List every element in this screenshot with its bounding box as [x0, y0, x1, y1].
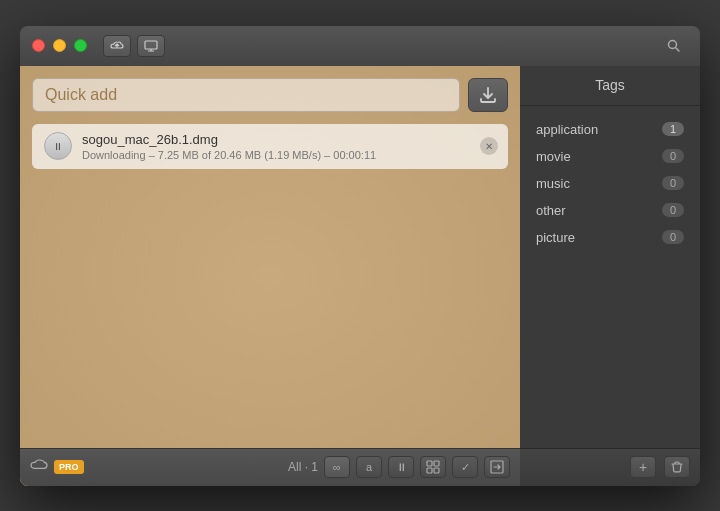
- export-button[interactable]: [484, 456, 510, 478]
- tag-item-other[interactable]: other 0: [520, 197, 700, 224]
- tag-item-movie[interactable]: movie 0: [520, 143, 700, 170]
- add-icon: +: [639, 459, 647, 475]
- pause-button[interactable]: ⏸: [44, 132, 72, 160]
- delete-tag-button[interactable]: [664, 456, 690, 478]
- close-button[interactable]: [32, 39, 45, 52]
- tags-title: Tags: [595, 77, 625, 93]
- titlebar: [20, 26, 700, 66]
- svg-point-1: [669, 40, 677, 48]
- grid-view-button[interactable]: [420, 456, 446, 478]
- tag-item-picture[interactable]: picture 0: [520, 224, 700, 251]
- cloud-icon: [30, 458, 48, 476]
- right-panel: Tags application 1 movie 0 music 0 other…: [520, 66, 700, 486]
- tag-count-movie: 0: [662, 149, 684, 163]
- quick-add-bar: [20, 66, 520, 124]
- svg-rect-0: [145, 41, 157, 49]
- close-icon: ✕: [485, 141, 493, 152]
- download-stats: All · 1: [288, 460, 318, 474]
- tag-name-music: music: [536, 176, 570, 191]
- maximize-button[interactable]: [74, 39, 87, 52]
- download-status: Downloading – 7.25 MB of 20.46 MB (1.19 …: [82, 149, 496, 161]
- search-button[interactable]: [660, 35, 688, 57]
- minimize-button[interactable]: [53, 39, 66, 52]
- remove-download-button[interactable]: ✕: [480, 137, 498, 155]
- pro-badge: PRO: [54, 460, 84, 474]
- left-panel: ⏸ sogou_mac_26b.1.dmg Downloading – 7.25…: [20, 66, 520, 486]
- svg-rect-4: [427, 468, 432, 473]
- tag-count-picture: 0: [662, 230, 684, 244]
- alpha-icon: a: [366, 461, 372, 473]
- add-download-button[interactable]: [468, 78, 508, 112]
- cloud-upload-button[interactable]: [103, 35, 131, 57]
- monitor-button[interactable]: [137, 35, 165, 57]
- infinity-icon: ∞: [333, 461, 341, 473]
- download-info: sogou_mac_26b.1.dmg Downloading – 7.25 M…: [82, 132, 496, 161]
- tag-name-other: other: [536, 203, 566, 218]
- left-bottom-bar: PRO All · 1 ∞ a ⏸: [20, 448, 520, 486]
- tags-header: Tags: [520, 66, 700, 106]
- svg-rect-2: [427, 461, 432, 466]
- tags-list: application 1 movie 0 music 0 other 0 pi…: [520, 106, 700, 448]
- check-icon: ✓: [461, 461, 470, 474]
- check-button[interactable]: ✓: [452, 456, 478, 478]
- main-window: ⏸ sogou_mac_26b.1.dmg Downloading – 7.25…: [20, 26, 700, 486]
- tag-item-application[interactable]: application 1: [520, 116, 700, 143]
- right-bottom-bar: +: [520, 448, 700, 486]
- tag-count-other: 0: [662, 203, 684, 217]
- tag-count-application: 1: [662, 122, 684, 136]
- download-item: ⏸ sogou_mac_26b.1.dmg Downloading – 7.25…: [32, 124, 508, 169]
- tag-item-music[interactable]: music 0: [520, 170, 700, 197]
- svg-rect-3: [434, 461, 439, 466]
- tag-count-music: 0: [662, 176, 684, 190]
- titlebar-icons: [103, 35, 165, 57]
- download-filename: sogou_mac_26b.1.dmg: [82, 132, 496, 147]
- download-list: ⏸ sogou_mac_26b.1.dmg Downloading – 7.25…: [20, 124, 520, 448]
- alpha-filter-button[interactable]: a: [356, 456, 382, 478]
- tag-name-application: application: [536, 122, 598, 137]
- tag-name-movie: movie: [536, 149, 571, 164]
- svg-rect-5: [434, 468, 439, 473]
- pause-all-icon: ⏸: [396, 461, 407, 473]
- main-area: ⏸ sogou_mac_26b.1.dmg Downloading – 7.25…: [20, 66, 700, 486]
- quick-add-input[interactable]: [32, 78, 460, 112]
- pause-all-button[interactable]: ⏸: [388, 456, 414, 478]
- infinity-filter-button[interactable]: ∞: [324, 456, 350, 478]
- add-tag-button[interactable]: +: [630, 456, 656, 478]
- pause-icon: ⏸: [53, 141, 63, 152]
- tag-name-picture: picture: [536, 230, 575, 245]
